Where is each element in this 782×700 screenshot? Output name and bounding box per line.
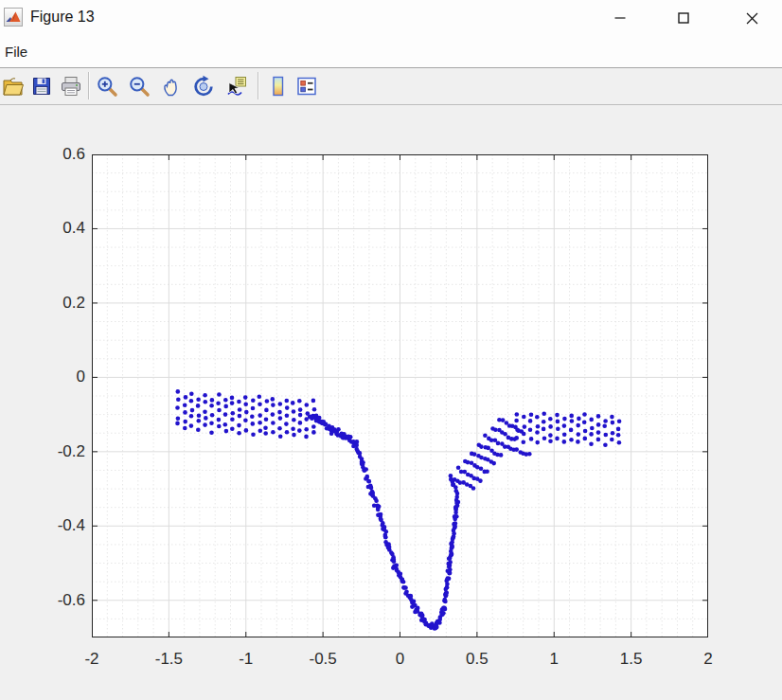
y-tick-label: -0.4 [9,516,85,535]
colorbar-icon [267,75,290,98]
figure-canvas: -2-1.5-1-0.500.511.520.60.40.20-0.2-0.4-… [0,105,782,700]
data-cursor-button[interactable] [223,72,250,99]
zoom-out-button[interactable] [126,72,152,99]
minimize-button[interactable] [598,0,642,36]
x-tick-label: 2 [675,650,741,669]
menu-bar: File [0,36,782,68]
x-tick-label: 0.5 [444,650,510,669]
x-tick-label: -1 [213,650,279,669]
rotate-3d-icon [192,75,215,98]
y-tick-label: 0.4 [9,219,85,238]
open-file-button[interactable] [0,72,27,99]
minimize-icon [614,12,626,24]
print-figure-button[interactable] [58,72,84,99]
close-button[interactable] [730,0,773,36]
zoom-in-icon [96,75,118,98]
legend-icon [295,75,318,98]
plot-area[interactable] [92,154,708,637]
x-tick-label: 1.5 [598,650,665,669]
toolbar-separator [88,72,90,99]
x-tick-label: -0.5 [290,650,356,669]
rotate-3d-button[interactable] [190,72,217,99]
x-tick-label: -1.5 [135,650,202,669]
insert-legend-button[interactable] [293,72,320,99]
insert-colorbar-button[interactable] [265,72,292,99]
x-tick-label: -2 [59,650,125,669]
y-tick-label: 0.6 [9,145,85,164]
maximize-button[interactable] [662,0,705,36]
open-folder-icon [2,75,25,98]
zoom-out-icon [128,75,151,98]
save-figure-button[interactable] [28,72,55,99]
maximize-icon [678,12,689,24]
toolbar [0,68,782,105]
y-tick-label: 0 [9,368,85,386]
close-icon [746,12,758,25]
zoom-in-button[interactable] [94,72,120,99]
matlab-figure-window: Figure 13 File [0,0,782,700]
title-bar[interactable]: Figure 13 [0,0,782,36]
menu-file[interactable]: File [1,42,31,62]
matlab-logo-icon [4,8,23,27]
y-tick-label: -0.6 [9,591,85,610]
y-tick-label: -0.2 [9,442,85,461]
scatter-plot-svg [92,154,708,637]
y-tick-label: 0.2 [9,294,85,313]
printer-icon [60,75,82,98]
toolbar-separator [258,72,259,99]
window-title: Figure 13 [30,9,95,26]
x-tick-label: 1 [521,650,587,669]
pan-button[interactable] [158,72,185,99]
save-floppy-icon [30,75,53,98]
data-cursor-icon [225,75,248,98]
pan-hand-icon [160,75,183,98]
x-tick-label: 0 [367,650,434,669]
